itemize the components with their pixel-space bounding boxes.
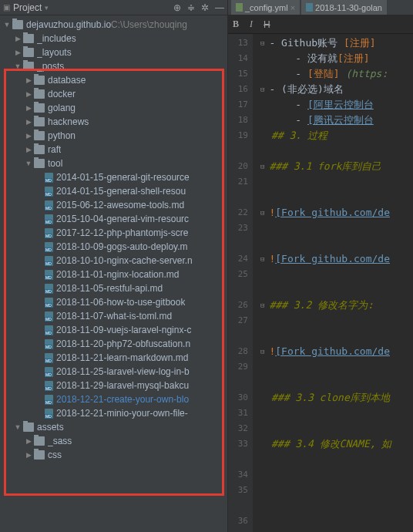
tree-folder[interactable]: hacknews (0, 115, 227, 129)
expand-arrow[interactable] (25, 90, 32, 98)
code-line[interactable] (260, 282, 413, 298)
code-line[interactable]: - [腾讯云控制台 (260, 113, 413, 128)
fold-marker[interactable]: ⊟ (260, 251, 264, 267)
expand-arrow[interactable] (14, 35, 22, 42)
tab-config[interactable]: _config.yml × (231, 0, 300, 15)
tree-file[interactable]: 2018-12-21-create-your-own-blo (0, 392, 227, 406)
code-line[interactable]: - 没有就[注册] (260, 51, 413, 66)
expand-arrow[interactable] (14, 423, 22, 431)
tree-folder[interactable]: database (0, 73, 227, 87)
code-line[interactable]: ### 3.4 修改CNAME, 如 (260, 436, 413, 452)
tree-file[interactable]: 2018-11-01-nginx-location.md (0, 268, 227, 281)
tree-file[interactable]: 2018-11-07-what-is-toml.md (0, 309, 227, 323)
tree-folder[interactable]: css (0, 448, 227, 462)
fold-marker[interactable]: ⊟ (260, 344, 264, 359)
collapse-icon[interactable]: ≑ (187, 2, 195, 13)
tree-file[interactable]: 2018-11-09-vuejs-laravel-nginx-c (0, 323, 227, 337)
code-line[interactable] (260, 452, 413, 467)
header-button[interactable]: H (264, 19, 270, 30)
code-line[interactable] (260, 236, 413, 251)
code-line[interactable] (260, 221, 413, 236)
tree-folder[interactable]: python (0, 129, 227, 143)
code-line[interactable] (260, 143, 413, 159)
fold-marker[interactable]: ⊟ (260, 298, 264, 313)
code-line[interactable]: ⊟![Fork github.com/de (260, 251, 413, 267)
code-line[interactable]: ### 3.3 clone库到本地 (260, 390, 413, 406)
project-panel-icon[interactable]: ▣ (3, 3, 10, 12)
tree-file[interactable]: 2014-01-15-general-git-resource (0, 170, 227, 184)
tree-file[interactable]: 2018-11-29-laravel-mysql-bakcu (0, 379, 227, 392)
tree-file[interactable]: 2018-10-10-nginx-cache-server.n (0, 254, 227, 268)
tree-folder[interactable]: _posts (0, 59, 227, 73)
tree-file[interactable]: 2015-06-12-awesome-tools.md (0, 198, 227, 212)
target-icon[interactable]: ⊕ (173, 2, 181, 13)
tree-file[interactable]: 2018-12-21-minio-your-own-file- (0, 406, 227, 420)
tree-folder[interactable]: assets (0, 420, 227, 434)
code-line[interactable] (260, 375, 413, 390)
code-line[interactable] (260, 406, 413, 421)
code-line[interactable]: - [登陆] (https: (260, 66, 413, 82)
tree-file[interactable]: 2018-10-09-gogs-auto-deploy.m (0, 240, 227, 254)
tree-file[interactable]: 2017-12-12-php-phantomjs-scre (0, 226, 227, 240)
tree-file[interactable]: 2018-11-20-php72-obfuscation.n (0, 337, 227, 351)
code-line[interactable] (260, 313, 413, 328)
tree-folder[interactable]: docker (0, 87, 227, 101)
code-line[interactable]: ⊟- (非必选)域名 (260, 82, 413, 97)
tree-folder[interactable]: _includes (0, 32, 227, 45)
tree-folder[interactable]: tool (0, 157, 227, 170)
tree-folder[interactable]: _layouts (0, 45, 227, 59)
close-icon[interactable]: × (290, 3, 295, 12)
fold-marker[interactable]: ⊟ (260, 35, 264, 51)
bold-button[interactable]: B (233, 19, 239, 30)
expand-arrow[interactable] (25, 76, 32, 84)
dropdown-icon[interactable]: ▾ (45, 4, 49, 12)
expand-arrow[interactable] (25, 437, 32, 445)
tree-folder[interactable]: _sass (0, 434, 227, 448)
fold-marker[interactable]: ⊟ (260, 205, 264, 221)
tree-file[interactable]: 2018-11-06-how-to-use-gitbook (0, 295, 227, 309)
tree-file[interactable]: 2014-01-15-general-shell-resou (0, 184, 227, 198)
project-panel-title[interactable]: Project (13, 2, 42, 13)
tab-golang[interactable]: 2018-11-30-golan (301, 0, 387, 15)
expand-arrow[interactable] (14, 62, 22, 70)
code-line[interactable] (260, 190, 413, 205)
code-line[interactable]: ⊟- Github账号 [注册] (260, 35, 413, 51)
line-number: 34 (228, 467, 248, 483)
hide-icon[interactable]: — (215, 2, 224, 13)
code-line[interactable]: - [阿里云控制台 (260, 97, 413, 113)
fold-marker[interactable]: ⊟ (260, 82, 264, 97)
code-line[interactable] (260, 328, 413, 344)
code-line[interactable]: ⊟![Fork github.com/de (260, 344, 413, 359)
line-number: 29 (228, 359, 248, 375)
code-line[interactable]: ⊟### 3.1 fork库到自己 (260, 159, 413, 174)
expand-arrow[interactable] (25, 160, 32, 167)
tree-folder[interactable]: raft (0, 143, 227, 157)
code-line[interactable]: ⊟### 3.2 修改名字为: (260, 298, 413, 313)
tree-file[interactable]: 2018-11-21-learn-markdown.md (0, 351, 227, 365)
gear-icon[interactable]: ✲ (201, 2, 209, 13)
code-area[interactable]: ⊟- Github账号 [注册] - 没有就[注册] - [登陆] (https… (253, 34, 413, 532)
expand-arrow[interactable] (25, 451, 32, 459)
expand-arrow[interactable] (25, 118, 32, 126)
node-label: 2018-12-21-create-your-own-blo (56, 394, 189, 405)
code-line[interactable]: ⊟![Fork github.com/de (260, 205, 413, 221)
tree-file[interactable]: 2018-11-25-laravel-view-log-in-b (0, 365, 227, 379)
fold-marker[interactable]: ⊟ (260, 159, 264, 174)
expand-arrow[interactable] (3, 21, 11, 29)
code-editor[interactable]: 1314151617181920212223242526272829303132… (228, 34, 413, 532)
expand-arrow[interactable] (14, 49, 22, 56)
code-line[interactable] (260, 421, 413, 436)
expand-arrow[interactable] (25, 104, 32, 112)
tree-folder[interactable]: dejavuzhou.github.io C:\Users\zhouqing (0, 18, 227, 32)
code-line[interactable] (260, 174, 413, 190)
expand-arrow[interactable] (25, 132, 32, 140)
code-line[interactable]: ## 3. 过程 (260, 128, 413, 143)
expand-arrow[interactable] (25, 146, 32, 153)
tree-folder[interactable]: golang (0, 101, 227, 115)
code-line[interactable] (260, 359, 413, 375)
tree-file[interactable]: 2018-11-05-restful-api.md (0, 281, 227, 295)
code-line[interactable] (260, 267, 413, 282)
italic-button[interactable]: I (250, 19, 253, 30)
project-tree[interactable]: dejavuzhou.github.io C:\Users\zhouqing_i… (0, 15, 227, 532)
tree-file[interactable]: 2015-10-04-general-vim-resourc (0, 212, 227, 226)
